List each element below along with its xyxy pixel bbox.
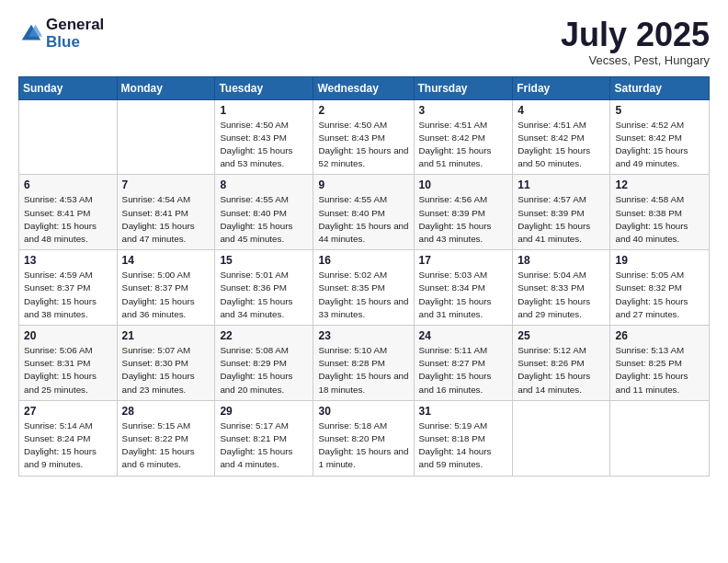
header-wednesday: Wednesday bbox=[313, 76, 414, 99]
day-info: Sunrise: 4:51 AM Sunset: 8:42 PM Dayligh… bbox=[419, 119, 508, 171]
day-info: Sunrise: 5:18 AM Sunset: 8:20 PM Dayligh… bbox=[318, 419, 408, 472]
table-row: 5Sunrise: 4:52 AM Sunset: 8:42 PM Daylig… bbox=[610, 99, 710, 175]
day-number: 8 bbox=[220, 178, 308, 191]
day-number: 12 bbox=[615, 178, 704, 191]
day-info: Sunrise: 4:52 AM Sunset: 8:42 PM Dayligh… bbox=[615, 119, 704, 171]
day-number: 17 bbox=[419, 254, 508, 267]
day-info: Sunrise: 4:55 AM Sunset: 8:40 PM Dayligh… bbox=[318, 193, 408, 246]
table-row bbox=[610, 400, 710, 476]
day-number: 26 bbox=[615, 329, 704, 342]
day-number: 27 bbox=[24, 405, 112, 418]
day-info: Sunrise: 4:59 AM Sunset: 8:37 PM Dayligh… bbox=[24, 269, 112, 321]
header-monday: Monday bbox=[117, 76, 215, 99]
month-title: July 2025 bbox=[561, 17, 710, 53]
table-row: 14Sunrise: 5:00 AM Sunset: 8:37 PM Dayli… bbox=[117, 250, 215, 326]
day-info: Sunrise: 5:14 AM Sunset: 8:24 PM Dayligh… bbox=[24, 419, 112, 472]
day-number: 15 bbox=[220, 254, 308, 267]
title-block: July 2025 Vecses, Pest, Hungary bbox=[561, 17, 710, 67]
day-number: 1 bbox=[220, 104, 308, 117]
day-info: Sunrise: 5:11 AM Sunset: 8:27 PM Dayligh… bbox=[419, 344, 508, 396]
day-info: Sunrise: 4:58 AM Sunset: 8:38 PM Dayligh… bbox=[615, 193, 704, 246]
day-number: 7 bbox=[122, 178, 210, 191]
calendar-table: Sunday Monday Tuesday Wednesday Thursday… bbox=[18, 76, 710, 477]
table-row: 21Sunrise: 5:07 AM Sunset: 8:30 PM Dayli… bbox=[117, 326, 215, 401]
day-info: Sunrise: 5:03 AM Sunset: 8:34 PM Dayligh… bbox=[419, 269, 508, 321]
calendar-week-row: 1Sunrise: 4:50 AM Sunset: 8:43 PM Daylig… bbox=[19, 99, 710, 175]
table-row: 11Sunrise: 4:57 AM Sunset: 8:39 PM Dayli… bbox=[513, 175, 610, 250]
table-row: 6Sunrise: 4:53 AM Sunset: 8:41 PM Daylig… bbox=[19, 175, 118, 250]
day-number: 5 bbox=[615, 104, 704, 117]
table-row: 30Sunrise: 5:18 AM Sunset: 8:20 PM Dayli… bbox=[313, 400, 414, 476]
table-row: 15Sunrise: 5:01 AM Sunset: 8:36 PM Dayli… bbox=[215, 250, 313, 326]
table-row: 17Sunrise: 5:03 AM Sunset: 8:34 PM Dayli… bbox=[414, 250, 513, 326]
day-number: 30 bbox=[318, 405, 408, 418]
day-number: 2 bbox=[318, 104, 408, 117]
table-row: 28Sunrise: 5:15 AM Sunset: 8:22 PM Dayli… bbox=[117, 400, 215, 476]
calendar-week-row: 20Sunrise: 5:06 AM Sunset: 8:31 PM Dayli… bbox=[19, 326, 710, 401]
day-number: 9 bbox=[318, 178, 408, 191]
day-info: Sunrise: 4:55 AM Sunset: 8:40 PM Dayligh… bbox=[220, 193, 308, 246]
header-saturday: Saturday bbox=[610, 76, 710, 99]
day-number: 6 bbox=[24, 178, 112, 191]
day-info: Sunrise: 4:57 AM Sunset: 8:39 PM Dayligh… bbox=[518, 193, 605, 246]
day-info: Sunrise: 4:53 AM Sunset: 8:41 PM Dayligh… bbox=[24, 193, 112, 246]
day-info: Sunrise: 5:01 AM Sunset: 8:36 PM Dayligh… bbox=[220, 269, 308, 321]
table-row bbox=[513, 400, 610, 476]
day-info: Sunrise: 5:07 AM Sunset: 8:30 PM Dayligh… bbox=[122, 344, 210, 396]
day-number: 13 bbox=[24, 254, 112, 267]
day-number: 29 bbox=[220, 405, 308, 418]
table-row: 12Sunrise: 4:58 AM Sunset: 8:38 PM Dayli… bbox=[610, 175, 710, 250]
table-row: 16Sunrise: 5:02 AM Sunset: 8:35 PM Dayli… bbox=[313, 250, 414, 326]
day-info: Sunrise: 4:54 AM Sunset: 8:41 PM Dayligh… bbox=[122, 193, 210, 246]
calendar-week-row: 13Sunrise: 4:59 AM Sunset: 8:37 PM Dayli… bbox=[19, 250, 710, 326]
day-info: Sunrise: 4:56 AM Sunset: 8:39 PM Dayligh… bbox=[419, 193, 508, 246]
table-row: 9Sunrise: 4:55 AM Sunset: 8:40 PM Daylig… bbox=[313, 175, 414, 250]
table-row bbox=[19, 99, 118, 175]
table-row: 19Sunrise: 5:05 AM Sunset: 8:32 PM Dayli… bbox=[610, 250, 710, 326]
day-info: Sunrise: 5:08 AM Sunset: 8:29 PM Dayligh… bbox=[220, 344, 308, 396]
day-number: 10 bbox=[419, 178, 508, 191]
day-info: Sunrise: 4:50 AM Sunset: 8:43 PM Dayligh… bbox=[220, 119, 308, 171]
table-row: 23Sunrise: 5:10 AM Sunset: 8:28 PM Dayli… bbox=[313, 326, 414, 401]
header: General Blue July 2025 Vecses, Pest, Hun… bbox=[18, 17, 710, 67]
day-info: Sunrise: 5:04 AM Sunset: 8:33 PM Dayligh… bbox=[518, 269, 605, 321]
calendar-week-row: 6Sunrise: 4:53 AM Sunset: 8:41 PM Daylig… bbox=[19, 175, 710, 250]
logo-blue: Blue bbox=[46, 34, 104, 52]
table-row: 18Sunrise: 5:04 AM Sunset: 8:33 PM Dayli… bbox=[513, 250, 610, 326]
table-row: 3Sunrise: 4:51 AM Sunset: 8:42 PM Daylig… bbox=[414, 99, 513, 175]
day-info: Sunrise: 5:12 AM Sunset: 8:26 PM Dayligh… bbox=[518, 344, 605, 396]
day-number: 21 bbox=[122, 329, 210, 342]
logo: General Blue bbox=[18, 17, 104, 51]
day-number: 25 bbox=[518, 329, 605, 342]
header-friday: Friday bbox=[513, 76, 610, 99]
location-subtitle: Vecses, Pest, Hungary bbox=[561, 53, 710, 67]
table-row: 29Sunrise: 5:17 AM Sunset: 8:21 PM Dayli… bbox=[215, 400, 313, 476]
day-info: Sunrise: 5:17 AM Sunset: 8:21 PM Dayligh… bbox=[220, 419, 308, 472]
table-row: 24Sunrise: 5:11 AM Sunset: 8:27 PM Dayli… bbox=[414, 326, 513, 401]
day-info: Sunrise: 5:05 AM Sunset: 8:32 PM Dayligh… bbox=[615, 269, 704, 321]
table-row: 27Sunrise: 5:14 AM Sunset: 8:24 PM Dayli… bbox=[19, 400, 118, 476]
day-number: 4 bbox=[518, 104, 605, 117]
day-number: 31 bbox=[419, 405, 508, 418]
day-info: Sunrise: 4:51 AM Sunset: 8:42 PM Dayligh… bbox=[518, 119, 605, 171]
header-thursday: Thursday bbox=[414, 76, 513, 99]
calendar-header-row: Sunday Monday Tuesday Wednesday Thursday… bbox=[19, 76, 710, 99]
day-number: 20 bbox=[24, 329, 112, 342]
day-number: 19 bbox=[615, 254, 704, 267]
day-number: 24 bbox=[419, 329, 508, 342]
table-row: 26Sunrise: 5:13 AM Sunset: 8:25 PM Dayli… bbox=[610, 326, 710, 401]
table-row: 8Sunrise: 4:55 AM Sunset: 8:40 PM Daylig… bbox=[215, 175, 313, 250]
day-info: Sunrise: 5:02 AM Sunset: 8:35 PM Dayligh… bbox=[318, 269, 408, 321]
day-number: 22 bbox=[220, 329, 308, 342]
day-number: 16 bbox=[318, 254, 408, 267]
calendar-week-row: 27Sunrise: 5:14 AM Sunset: 8:24 PM Dayli… bbox=[19, 400, 710, 476]
day-info: Sunrise: 4:50 AM Sunset: 8:43 PM Dayligh… bbox=[318, 119, 408, 171]
header-sunday: Sunday bbox=[19, 76, 118, 99]
table-row: 13Sunrise: 4:59 AM Sunset: 8:37 PM Dayli… bbox=[19, 250, 118, 326]
table-row: 25Sunrise: 5:12 AM Sunset: 8:26 PM Dayli… bbox=[513, 326, 610, 401]
table-row: 2Sunrise: 4:50 AM Sunset: 8:43 PM Daylig… bbox=[313, 99, 414, 175]
day-number: 28 bbox=[122, 405, 210, 418]
table-row: 4Sunrise: 4:51 AM Sunset: 8:42 PM Daylig… bbox=[513, 99, 610, 175]
day-number: 23 bbox=[318, 329, 408, 342]
table-row: 22Sunrise: 5:08 AM Sunset: 8:29 PM Dayli… bbox=[215, 326, 313, 401]
